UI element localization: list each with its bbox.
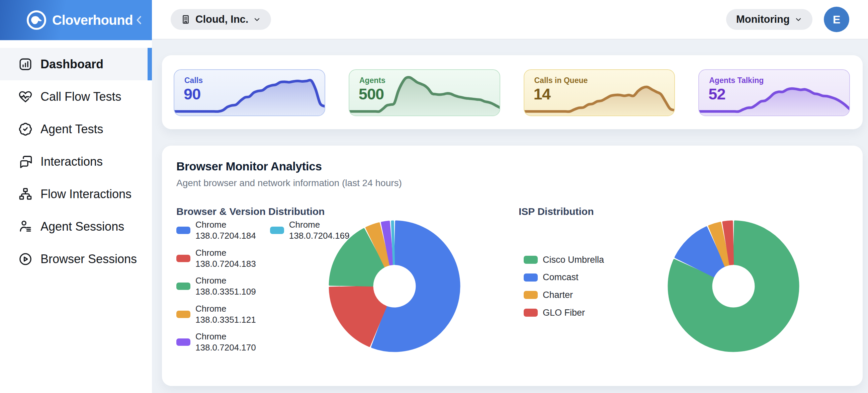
page-content: Calls 90 Agents 500 Calls in Queue 14 [152, 39, 868, 386]
legend-label: Charter [543, 289, 573, 301]
legend-color-chip [524, 256, 538, 264]
stat-label: Agents [360, 76, 385, 85]
legend-color-chip [176, 311, 190, 318]
legend-color-chip [270, 226, 284, 234]
sidebar-item-dashboard[interactable]: Dashboard [0, 48, 152, 80]
sidebar-item-agent-tests[interactable]: Agent Tests [0, 113, 152, 145]
sidebar: Cloverhound Dashboard Call Flow Tests Ag… [0, 0, 152, 393]
badge-check-icon [19, 122, 32, 136]
brand-name: Cloverhound [52, 13, 133, 28]
topbar-right: Monitoring E [726, 7, 849, 32]
main-area: Cloud, Inc. Monitoring E [152, 0, 868, 393]
stat-cards-panel: Calls 90 Agents 500 Calls in Queue 14 [162, 55, 863, 129]
sidebar-item-label: Call Flow Tests [40, 90, 121, 104]
chat-bubbles-icon [19, 155, 32, 169]
isp-distribution-section: ISP Distribution Cisco Umbrella Comcast … [519, 206, 863, 354]
org-selector-label: Cloud, Inc. [195, 13, 248, 25]
legend-color-chip [176, 282, 190, 290]
panel-subtitle: Agent browser and network information (l… [176, 178, 863, 188]
legend-color-chip [176, 338, 190, 346]
legend-color-chip [524, 309, 538, 317]
charts-row: Browser & Version Distribution Chrome138… [176, 206, 863, 354]
sidebar-item-interactions[interactable]: Interactions [0, 145, 152, 178]
sidebar-item-label: Agent Sessions [40, 220, 124, 234]
legend-label: Chrome138.0.3351.109 [195, 275, 256, 298]
user-list-icon [19, 220, 32, 234]
org-selector[interactable]: Cloud, Inc. [170, 9, 271, 30]
isp-distribution-heading: ISP Distribution [519, 206, 863, 217]
isp-donut-chart [666, 219, 800, 353]
legend-color-chip [176, 255, 190, 262]
stat-label: Agents Talking [709, 76, 764, 85]
legend-item-chrome-138-0-7204-184[interactable]: Chrome138.0.7204.184 [176, 219, 256, 242]
legend-label: Chrome138.0.7204.184 [195, 219, 256, 242]
cloverhound-logo-icon [26, 10, 47, 30]
legend-item-charter[interactable]: Charter [524, 289, 629, 301]
legend-item-chrome-138-0-7204-170[interactable]: Chrome138.0.7204.170 [176, 331, 256, 354]
legend-color-chip [524, 291, 538, 299]
legend-item-chrome-138-0-7204-183[interactable]: Chrome138.0.7204.183 [176, 247, 256, 270]
legend-item-chrome-138-0-3351-121[interactable]: Chrome138.0.3351.121 [176, 303, 256, 326]
legend-item-cisco-umbrella[interactable]: Cisco Umbrella [524, 254, 629, 266]
stat-card-calls-in-queue: Calls in Queue 14 [524, 69, 675, 116]
play-circle-icon [19, 252, 32, 266]
mode-selector[interactable]: Monitoring [726, 9, 812, 30]
sidebar-item-label: Dashboard [40, 57, 103, 71]
legend-color-chip [176, 226, 190, 234]
legend-label: Cisco Umbrella [543, 254, 604, 266]
sidebar-item-browser-sessions[interactable]: Browser Sessions [0, 243, 152, 275]
legend-label: Comcast [543, 271, 579, 283]
stat-value: 90 [184, 85, 200, 103]
isp-distribution-chart: Cisco Umbrella Comcast Charter GLO Fiber [519, 219, 863, 353]
sidebar-collapse-icon[interactable] [133, 13, 146, 27]
browser-donut-chart [328, 219, 461, 353]
legend-item-chrome-138-0-3351-109[interactable]: Chrome138.0.3351.109 [176, 275, 256, 298]
legend-label: Chrome138.0.3351.121 [195, 303, 256, 326]
sidebar-header: Cloverhound [0, 0, 152, 40]
stat-value: 52 [708, 85, 725, 103]
heart-pulse-icon [19, 90, 32, 104]
sidebar-nav: Dashboard Call Flow Tests Agent Tests In… [0, 40, 152, 275]
legend-item-glo-fiber[interactable]: GLO Fiber [524, 307, 629, 319]
user-avatar[interactable]: E [824, 7, 849, 32]
stat-label: Calls [184, 76, 203, 85]
topbar: Cloud, Inc. Monitoring E [152, 0, 868, 39]
browser-monitor-analytics-panel: Browser Monitor Analytics Agent browser … [162, 146, 863, 386]
sidebar-item-label: Browser Sessions [40, 252, 137, 266]
chevron-down-icon [253, 16, 261, 24]
bar-chart-icon [19, 57, 32, 71]
stat-label: Calls in Queue [534, 76, 588, 85]
browser-distribution-section: Browser & Version Distribution Chrome138… [176, 206, 519, 354]
legend-item-comcast[interactable]: Comcast [524, 271, 629, 283]
sitemap-icon [19, 187, 32, 201]
building-icon [181, 14, 191, 25]
sidebar-item-label: Agent Tests [40, 122, 103, 136]
browser-distribution-heading: Browser & Version Distribution [176, 206, 519, 217]
sidebar-item-label: Flow Interactions [40, 187, 131, 201]
stat-card-agents-talking: Agents Talking 52 [699, 69, 850, 116]
legend-label: GLO Fiber [543, 307, 585, 319]
mode-selector-label: Monitoring [736, 13, 790, 25]
stat-card-agents: Agents 500 [349, 69, 500, 116]
stat-value: 500 [359, 85, 384, 103]
chevron-down-icon [795, 16, 802, 24]
stat-card-calls: Calls 90 [174, 69, 325, 116]
sidebar-item-flow-interactions[interactable]: Flow Interactions [0, 178, 152, 210]
stat-value: 14 [534, 85, 551, 103]
legend-label: Chrome138.0.7204.170 [195, 331, 256, 354]
legend-label: Chrome138.0.7204.183 [195, 247, 256, 270]
browser-donut-legend: Chrome138.0.7204.184 Chrome138.0.7204.18… [176, 219, 328, 354]
sidebar-item-call-flow-tests[interactable]: Call Flow Tests [0, 80, 152, 113]
legend-color-chip [524, 273, 538, 281]
sidebar-item-label: Interactions [40, 155, 103, 169]
panel-title: Browser Monitor Analytics [176, 160, 863, 173]
sidebar-item-agent-sessions[interactable]: Agent Sessions [0, 210, 152, 243]
browser-distribution-chart: Chrome138.0.7204.184 Chrome138.0.7204.18… [176, 219, 519, 354]
isp-donut-legend: Cisco Umbrella Comcast Charter GLO Fiber [519, 254, 629, 319]
